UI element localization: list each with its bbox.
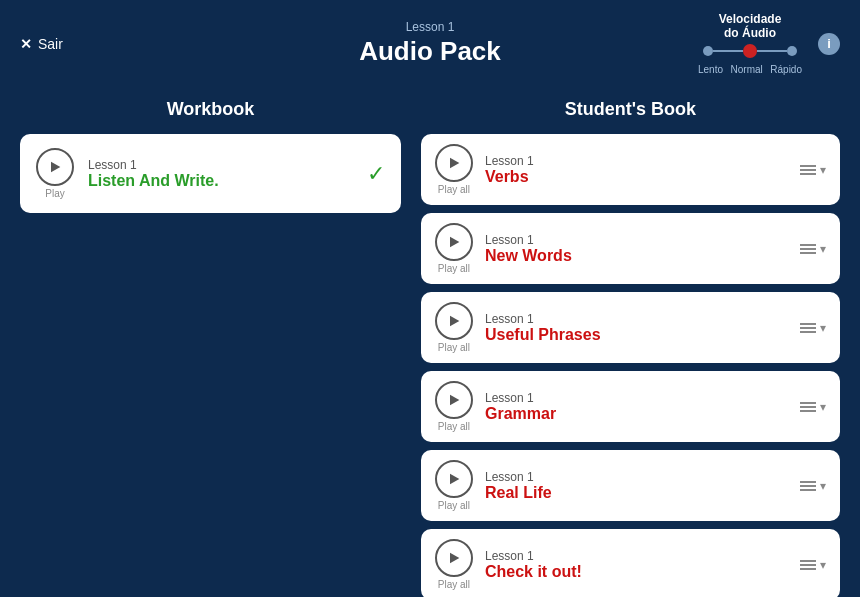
sb-play-button-real-life[interactable]: [435, 460, 473, 498]
sb-play-label-useful-phrases: Play all: [438, 342, 470, 353]
sb-play-col-verbs: Play all: [435, 144, 473, 195]
svg-marker-3: [450, 316, 459, 327]
audio-speed-control: Velocidadedo Áudio Lento Normal Rápido: [698, 12, 802, 75]
workbook-title: Workbook: [20, 99, 401, 120]
play-col: Play: [36, 148, 74, 199]
speed-dot-normal: [743, 44, 757, 58]
header-center: Lesson 1 Audio Pack: [359, 20, 501, 67]
svg-marker-4: [450, 395, 459, 406]
sb-lesson-name-real-life: Real Life: [485, 484, 826, 502]
sb-play-col-useful-phrases: Play all: [435, 302, 473, 353]
workbook-lesson-name: Listen And Write.: [88, 172, 385, 190]
play-icon: [446, 234, 462, 250]
sb-play-label-real-life: Play all: [438, 500, 470, 511]
sb-lesson-info-new-words: Lesson 1 New Words: [485, 233, 826, 265]
sb-play-col-grammar: Play all: [435, 381, 473, 432]
sb-lesson-info-useful-phrases: Lesson 1 Useful Phrases: [485, 312, 826, 344]
chevron-down-icon-real-life: ▾: [820, 479, 826, 493]
students-book-title: Student's Book: [421, 99, 840, 120]
sb-play-button-useful-phrases[interactable]: [435, 302, 473, 340]
header-title: Audio Pack: [359, 36, 501, 67]
speed-label-normal: Normal: [731, 64, 763, 75]
play-icon: [446, 550, 462, 566]
sb-lesson-card-verbs: Play all Lesson 1 Verbs ▾: [421, 134, 840, 205]
sb-play-label-new-words: Play all: [438, 263, 470, 274]
menu-icon-new-words: [800, 244, 816, 254]
sb-lesson-info-check-it-out: Lesson 1 Check it out!: [485, 549, 826, 581]
sb-lesson-number-new-words: Lesson 1: [485, 233, 826, 247]
sb-lesson-card-new-words: Play all Lesson 1 New Words ▾: [421, 213, 840, 284]
chevron-down-icon-useful-phrases: ▾: [820, 321, 826, 335]
sb-lesson-card-check-it-out: Play all Lesson 1 Check it out! ▾: [421, 529, 840, 597]
workbook-play-label: Play: [45, 188, 64, 199]
play-icon: [446, 471, 462, 487]
chevron-down-icon-new-words: ▾: [820, 242, 826, 256]
sb-menu-new-words[interactable]: ▾: [800, 242, 826, 256]
svg-marker-6: [450, 553, 459, 564]
sb-play-label-verbs: Play all: [438, 184, 470, 195]
sb-lesson-info-real-life: Lesson 1 Real Life: [485, 470, 826, 502]
svg-marker-5: [450, 474, 459, 485]
sb-menu-verbs[interactable]: ▾: [800, 163, 826, 177]
play-icon: [446, 392, 462, 408]
play-icon: [446, 155, 462, 171]
menu-icon-useful-phrases: [800, 323, 816, 333]
header: ✕ Sair Lesson 1 Audio Pack Velocidadedo …: [0, 0, 860, 83]
sb-lesson-name-verbs: Verbs: [485, 168, 826, 186]
sb-play-button-check-it-out[interactable]: [435, 539, 473, 577]
workbook-lesson-info: Lesson 1 Listen And Write.: [88, 158, 385, 190]
sb-lesson-number-check-it-out: Lesson 1: [485, 549, 826, 563]
sb-menu-grammar[interactable]: ▾: [800, 400, 826, 414]
menu-icon-verbs: [800, 165, 816, 175]
workbook-lesson-number: Lesson 1: [88, 158, 385, 172]
sb-play-col-real-life: Play all: [435, 460, 473, 511]
sb-play-label-check-it-out: Play all: [438, 579, 470, 590]
sb-lesson-number-verbs: Lesson 1: [485, 154, 826, 168]
chevron-down-icon-grammar: ▾: [820, 400, 826, 414]
play-icon: [47, 159, 63, 175]
students-book-section: Student's Book Play all Lesson 1 Verbs: [421, 99, 840, 597]
sb-play-label-grammar: Play all: [438, 421, 470, 432]
sb-play-button-grammar[interactable]: [435, 381, 473, 419]
exit-label: Sair: [38, 36, 63, 52]
exit-button[interactable]: ✕ Sair: [20, 36, 63, 52]
workbook-section: Workbook Play Lesson 1 Listen And Write.…: [20, 99, 401, 597]
speed-slider[interactable]: [703, 44, 797, 58]
header-lesson-label: Lesson 1: [359, 20, 501, 34]
menu-icon-check-it-out: [800, 560, 816, 570]
sb-menu-useful-phrases[interactable]: ▾: [800, 321, 826, 335]
speed-line-1: [713, 50, 743, 52]
sb-menu-real-life[interactable]: ▾: [800, 479, 826, 493]
workbook-play-button[interactable]: [36, 148, 74, 186]
close-icon: ✕: [20, 36, 32, 52]
svg-marker-1: [450, 158, 459, 169]
sb-play-col-new-words: Play all: [435, 223, 473, 274]
sb-lesson-name-grammar: Grammar: [485, 405, 826, 423]
speed-labels: Lento Normal Rápido: [698, 64, 802, 75]
sb-lesson-name-check-it-out: Check it out!: [485, 563, 826, 581]
workbook-lesson-card: Play Lesson 1 Listen And Write. ✓: [20, 134, 401, 213]
audio-speed-label: Velocidadedo Áudio: [719, 12, 782, 40]
main-content: Workbook Play Lesson 1 Listen And Write.…: [0, 99, 860, 597]
info-button[interactable]: i: [818, 33, 840, 55]
sb-lesson-name-useful-phrases: Useful Phrases: [485, 326, 826, 344]
sb-play-col-check-it-out: Play all: [435, 539, 473, 590]
speed-track: [703, 44, 797, 58]
svg-marker-0: [51, 162, 60, 173]
sb-lesson-card-useful-phrases: Play all Lesson 1 Useful Phrases ▾: [421, 292, 840, 363]
menu-icon-grammar: [800, 402, 816, 412]
sb-play-button-verbs[interactable]: [435, 144, 473, 182]
audio-speed-section: Velocidadedo Áudio Lento Normal Rápido i: [698, 12, 840, 75]
sb-play-button-new-words[interactable]: [435, 223, 473, 261]
sb-lesson-card-grammar: Play all Lesson 1 Grammar ▾: [421, 371, 840, 442]
sb-menu-check-it-out[interactable]: ▾: [800, 558, 826, 572]
sb-lesson-number-useful-phrases: Lesson 1: [485, 312, 826, 326]
info-icon: i: [827, 36, 831, 51]
svg-marker-2: [450, 237, 459, 248]
sb-lesson-number-real-life: Lesson 1: [485, 470, 826, 484]
speed-line-2: [757, 50, 787, 52]
chevron-down-icon-verbs: ▾: [820, 163, 826, 177]
sb-lesson-info-grammar: Lesson 1 Grammar: [485, 391, 826, 423]
speed-label-lento: Lento: [698, 64, 723, 75]
sb-lesson-number-grammar: Lesson 1: [485, 391, 826, 405]
